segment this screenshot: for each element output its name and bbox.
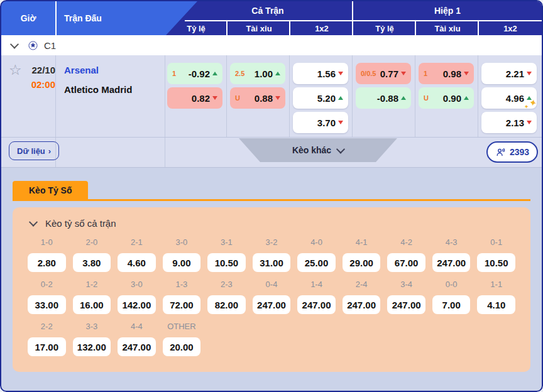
score-odd-pill[interactable]: 247.00 xyxy=(118,337,156,356)
tab-score-odds-label: Kèo Tỷ Số xyxy=(29,185,72,195)
arrow-down-icon xyxy=(464,72,469,75)
header-divider xyxy=(415,21,416,35)
odds-cell[interactable]: U0.90 xyxy=(419,87,474,109)
score-odd-pill[interactable]: 16.00 xyxy=(73,295,111,314)
odds-cell[interactable]: 1.56 xyxy=(293,63,348,84)
odds-value: -0.88 xyxy=(377,93,398,104)
col-header-half-1x2: 1x2 xyxy=(479,21,542,35)
match-time: 02:00 xyxy=(20,79,55,90)
col-header-time: Giờ xyxy=(1,1,55,35)
odds-column-full-1x2: 1.565.203.70 xyxy=(293,55,348,137)
score-label: 4-3 xyxy=(432,237,471,248)
league-bar[interactable]: C1 xyxy=(1,35,542,56)
odds-line-label: U xyxy=(235,94,240,102)
header-divider xyxy=(226,21,228,35)
odds-column-full-handicap: 1-0.920.82 xyxy=(167,55,222,137)
score-panel-header[interactable]: Kèo tỷ số cả trận xyxy=(28,216,515,230)
score-odd-pill[interactable]: 25.00 xyxy=(297,253,336,272)
score-odd-pill[interactable]: 67.00 xyxy=(387,253,425,272)
score-label: 3-3 xyxy=(73,322,111,332)
arrow-down-icon xyxy=(401,72,406,75)
tab-score-odds[interactable]: Kèo Tỷ Số xyxy=(13,181,88,200)
odds-cell[interactable]: 10.98 xyxy=(419,63,474,84)
score-label: 1-1 xyxy=(477,280,515,290)
score-odd-pill[interactable]: 9.00 xyxy=(163,253,201,272)
odds-cell[interactable]: 0.82 xyxy=(167,87,222,109)
score-odd-pill[interactable]: 7.00 xyxy=(432,295,471,314)
odds-cell[interactable]: U0.88 xyxy=(230,87,285,109)
score-label: 1-2 xyxy=(73,280,111,290)
people-icon xyxy=(495,147,506,158)
chevron-down-icon[interactable] xyxy=(10,40,19,49)
score-odd-pill[interactable]: 29.00 xyxy=(343,253,381,272)
score-odd-pill[interactable]: 82.00 xyxy=(207,295,246,314)
score-odd-pill[interactable]: 10.50 xyxy=(477,253,515,272)
score-odd-pill[interactable]: 247.00 xyxy=(432,253,471,272)
score-odd-pill[interactable]: 247.00 xyxy=(387,295,425,314)
betting-widget: Giờ Trận Đấu Cả Trận Hiệp 1 Tỷ lệ Tài xỉ… xyxy=(0,0,543,392)
odds-line-label: U xyxy=(424,94,429,102)
arrow-down-icon xyxy=(212,96,217,100)
score-odd-pill[interactable]: 33.00 xyxy=(28,295,66,314)
odds-cell[interactable]: 0/0.50.77 xyxy=(356,63,411,84)
score-label: 0-1 xyxy=(477,237,515,248)
score-label: 2-4 xyxy=(343,280,381,290)
odds-value: 0.90 xyxy=(443,93,461,104)
odds-cell[interactable]: 2.13 xyxy=(481,112,537,133)
score-label-row: 1-02-02-13-03-13-24-04-14-24-30-1 xyxy=(28,237,515,248)
score-label: 2-0 xyxy=(73,237,111,248)
score-odd-pill[interactable]: 247.00 xyxy=(343,295,381,314)
score-odd-pill[interactable]: 247.00 xyxy=(297,295,336,314)
score-grid: 1-02-02-13-03-13-24-04-14-24-30-12.803.8… xyxy=(28,237,515,356)
score-pill-row: 17.00132.00247.0020.00 xyxy=(28,337,515,356)
odds-cell[interactable]: 3.70 xyxy=(293,112,348,133)
score-odd-pill[interactable]: 2.80 xyxy=(28,253,66,272)
score-odd-pill[interactable]: 10.50 xyxy=(207,253,246,272)
column-divider xyxy=(165,55,165,167)
header-divider xyxy=(352,1,353,35)
data-button[interactable]: Dữ liệu › xyxy=(9,141,59,160)
score-odd-pill[interactable]: 72.00 xyxy=(163,295,201,314)
match-date: 22/10 xyxy=(20,65,55,75)
score-odd-pill[interactable]: 132.00 xyxy=(73,337,111,356)
score-odd-pill[interactable]: 17.00 xyxy=(28,337,66,356)
odds-value: 0.98 xyxy=(443,68,461,79)
viewers-pill[interactable]: 2393 xyxy=(486,141,538,163)
odds-column-full-over-under: 2.51.00U0.88 xyxy=(230,55,285,137)
column-divider xyxy=(226,55,227,137)
away-team-name[interactable]: Atletico Madrid xyxy=(64,84,132,95)
more-odds-button[interactable]: Kèo khác xyxy=(239,138,397,162)
more-odds-label: Kèo khác xyxy=(292,145,331,155)
odds-cell[interactable]: 1-0.92 xyxy=(167,63,222,84)
score-pill-row: 2.803.804.609.0010.5031.0025.0029.0067.0… xyxy=(28,253,515,272)
score-label: OTHER xyxy=(163,322,201,332)
chevron-down-icon xyxy=(29,218,38,227)
score-odd-pill[interactable]: 3.80 xyxy=(73,253,111,272)
score-label: 4-1 xyxy=(343,237,381,248)
score-odd-pill[interactable]: 4.10 xyxy=(477,295,515,314)
score-odd-pill[interactable]: 31.00 xyxy=(253,253,291,272)
arrow-up-icon xyxy=(212,72,217,75)
home-team-name[interactable]: Arsenal xyxy=(64,65,99,75)
odds-cell[interactable]: 5.20 xyxy=(293,87,348,109)
score-label: 2-1 xyxy=(118,237,156,248)
score-odd-pill[interactable]: 20.00 xyxy=(163,337,201,356)
odds-cell[interactable]: 2.21 xyxy=(481,63,537,84)
tab-underline xyxy=(13,199,530,201)
score-odd-pill[interactable]: 142.00 xyxy=(118,295,156,314)
odds-value: 0.88 xyxy=(255,93,273,104)
score-label-row: 2-23-34-4OTHER xyxy=(28,322,515,332)
odds-line-label: 2.5 xyxy=(235,70,244,77)
score-odd-pill[interactable]: 247.00 xyxy=(253,295,291,314)
score-label: 3-0 xyxy=(118,280,156,290)
odds-value: 2.21 xyxy=(506,68,524,79)
match-row: ☆ 22/10 02:00 Arsenal Atletico Madrid 1-… xyxy=(1,55,542,168)
score-label: 0-2 xyxy=(28,280,66,290)
odds-cell[interactable]: 2.51.00 xyxy=(230,63,285,84)
odds-column-half-handicap: 0/0.50.77-0.88 xyxy=(356,55,411,137)
score-odd-pill[interactable]: 4.60 xyxy=(118,253,156,272)
column-divider xyxy=(352,55,353,137)
score-label: 0-0 xyxy=(432,280,471,290)
odds-cell[interactable]: -0.88 xyxy=(356,87,411,109)
arrow-down-icon xyxy=(527,121,532,124)
